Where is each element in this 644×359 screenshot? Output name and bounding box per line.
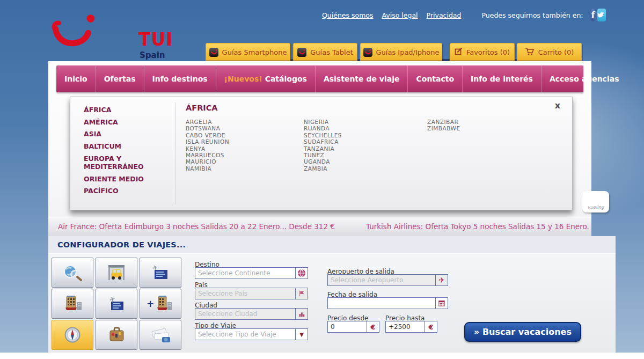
- continent-pacifico[interactable]: PACÍFICO: [84, 187, 170, 195]
- country-link[interactable]: UGANDA: [304, 158, 342, 165]
- continent-africa[interactable]: ÁFRICA: [84, 106, 170, 114]
- destino-input[interactable]: [195, 268, 295, 279]
- product-flight-board-button[interactable]: ✈: [96, 289, 137, 319]
- tab-guias-tablet[interactable]: Guías Tablet: [293, 43, 357, 61]
- globe-search-icon: [60, 263, 85, 282]
- link-quienes-somos[interactable]: Quiénes somos: [322, 11, 374, 19]
- product-hotels-button[interactable]: [52, 289, 93, 319]
- nav-acceso-agencias[interactable]: Acceso agencias: [541, 65, 627, 92]
- link-aviso-legal[interactable]: Aviso legal: [382, 11, 418, 19]
- nav-asistente-viaje[interactable]: Asistente de viaje: [316, 65, 408, 92]
- continent-balticum[interactable]: BALTICUM: [84, 142, 170, 151]
- close-icon[interactable]: x: [555, 100, 560, 111]
- tipo-viaje-select[interactable]: ▼: [195, 328, 308, 340]
- hotel-icon: [60, 295, 85, 313]
- offers-ticker: Air France: Oferta Edimburgo 3 noches Sa…: [48, 217, 591, 236]
- logo-brand-text: TUI: [138, 29, 173, 50]
- nav-catalogos[interactable]: ¡Nuevos!Catálogos: [216, 65, 316, 92]
- precio-hasta-field[interactable]: €: [385, 321, 437, 333]
- car-garage-icon: [104, 263, 129, 282]
- country-link[interactable]: MARRUECOS: [186, 152, 229, 158]
- country-link[interactable]: SEYCHELLES: [304, 132, 342, 138]
- nav-info-interes[interactable]: Info de interés: [463, 65, 541, 92]
- precio-hasta-input[interactable]: [386, 321, 425, 332]
- country-link[interactable]: KENYA: [186, 145, 229, 152]
- destino-field[interactable]: [195, 267, 308, 279]
- continent-oriente-medio[interactable]: ORIENTE MEDIO: [84, 175, 170, 184]
- product-luggage-button[interactable]: [96, 320, 137, 350]
- country-link[interactable]: ZAMBIA: [304, 165, 342, 172]
- continent-europa-mediterraneo[interactable]: EUROPA Y MEDITERRÁNEO: [84, 155, 170, 171]
- menu-divider: [175, 102, 175, 204]
- country-link[interactable]: TANZANIA: [304, 145, 342, 152]
- calendar-icon[interactable]: [435, 298, 448, 309]
- tab-guias-ipad-iphone[interactable]: Guías Ipad/Iphone: [360, 43, 442, 61]
- tab-carrito[interactable]: Carrito (0): [517, 43, 582, 61]
- twitter-icon[interactable]: [597, 9, 606, 21]
- nav-inicio[interactable]: Inicio: [56, 65, 96, 92]
- country-link[interactable]: ISLA REUNION: [186, 138, 229, 145]
- product-flight-plus-hotel-button[interactable]: +: [140, 289, 181, 319]
- product-car-rental-button[interactable]: [96, 258, 137, 288]
- vueling-partner-badge[interactable]: vueling: [582, 191, 609, 213]
- tab-label: Guías Smartphone: [222, 48, 287, 56]
- tab-guias-smartphone[interactable]: Guías Smartphone: [206, 43, 290, 61]
- tui-smile-icon: [47, 12, 97, 57]
- link-privacidad[interactable]: Privacidad: [427, 11, 462, 19]
- precio-desde-field[interactable]: €: [327, 321, 379, 333]
- country-link[interactable]: ZIMBABWE: [427, 125, 460, 131]
- ticker-offer-turkish[interactable]: Turkish Airlines: Oferta Tokyo 5 noches …: [366, 222, 589, 231]
- country-link[interactable]: SUDAFRICA: [304, 138, 342, 145]
- country-link[interactable]: BOTSWANA: [186, 125, 229, 131]
- nav-info-destinos[interactable]: Info destinos: [144, 65, 216, 92]
- destinations-mega-menu: ÁFRICA AMÉRICA ASIA BALTICUM EUROPA Y ME…: [70, 97, 573, 210]
- nav-contacto[interactable]: Contacto: [408, 65, 463, 92]
- departure-board-icon: ✈: [104, 295, 129, 313]
- pais-input[interactable]: [195, 288, 295, 299]
- nav-ofertas[interactable]: Ofertas: [96, 65, 144, 92]
- aeropuerto-field[interactable]: ✈: [327, 274, 448, 286]
- pais-field[interactable]: [195, 288, 308, 299]
- tui-logo[interactable]: TUI Spain: [47, 12, 176, 60]
- ciudad-input[interactable]: [195, 309, 295, 319]
- country-link[interactable]: ARGELIA: [186, 119, 229, 125]
- tickets-card-icon: ✈: [148, 326, 173, 344]
- city-bars-icon[interactable]: [295, 309, 308, 319]
- buscar-vacaciones-button[interactable]: » Buscar vacaciones: [464, 322, 581, 342]
- main-navigation: Inicio Ofertas Info destinos ¡Nuevos!Cat…: [56, 65, 583, 92]
- topbar: Quiénes somos Aviso legal Privacidad Pue…: [322, 9, 601, 21]
- country-link[interactable]: CABO VERDE: [186, 132, 229, 138]
- tab-favoritos[interactable]: Favoritos (0): [450, 43, 515, 61]
- ticker-offer-airfrance[interactable]: Air France: Oferta Edimburgo 3 noches Sa…: [58, 222, 335, 231]
- product-flights-button[interactable]: ✈: [140, 258, 181, 288]
- product-explorer-button-selected[interactable]: [52, 320, 93, 350]
- aeropuerto-input[interactable]: [328, 275, 435, 285]
- country-link[interactable]: ZANZIBAR: [427, 119, 460, 125]
- follow-us-text: Puedes seguirnos también en:: [481, 11, 583, 19]
- continent-america[interactable]: AMÉRICA: [84, 118, 170, 127]
- app-guide-icon: [297, 48, 306, 57]
- continent-asia[interactable]: ASIA: [84, 130, 170, 138]
- hotel-icon: [155, 295, 174, 313]
- country-link[interactable]: TUNEZ: [304, 152, 342, 158]
- country-link[interactable]: NIGERIA: [304, 119, 342, 125]
- globe-icon[interactable]: [295, 268, 308, 279]
- product-search-button[interactable]: [52, 258, 93, 288]
- country-link[interactable]: MAURICIO: [186, 158, 229, 165]
- ciudad-field[interactable]: [195, 308, 308, 320]
- country-link[interactable]: RUANDA: [304, 125, 342, 131]
- trip-configurator: CONFIGURADOR DE VIAJES...: [48, 236, 616, 353]
- tab-label: Guías Tablet: [310, 48, 353, 56]
- country-link[interactable]: NAMIBIA: [186, 165, 229, 172]
- fecha-field[interactable]: [327, 297, 448, 309]
- chevron-down-icon[interactable]: ▼: [295, 329, 308, 340]
- tipo-viaje-input[interactable]: [195, 329, 295, 340]
- plane-icon[interactable]: ✈: [435, 275, 448, 285]
- fecha-input[interactable]: [328, 298, 435, 309]
- facebook-icon[interactable]: f: [591, 9, 595, 21]
- precio-desde-input[interactable]: [328, 321, 367, 332]
- product-tickets-button[interactable]: ✈: [140, 320, 181, 350]
- country-column-3: ZANZIBAR ZIMBABWE: [427, 119, 460, 132]
- tui-spain-homepage: Quiénes somos Aviso legal Privacidad Pue…: [0, 0, 644, 359]
- flag-icon[interactable]: [295, 288, 308, 299]
